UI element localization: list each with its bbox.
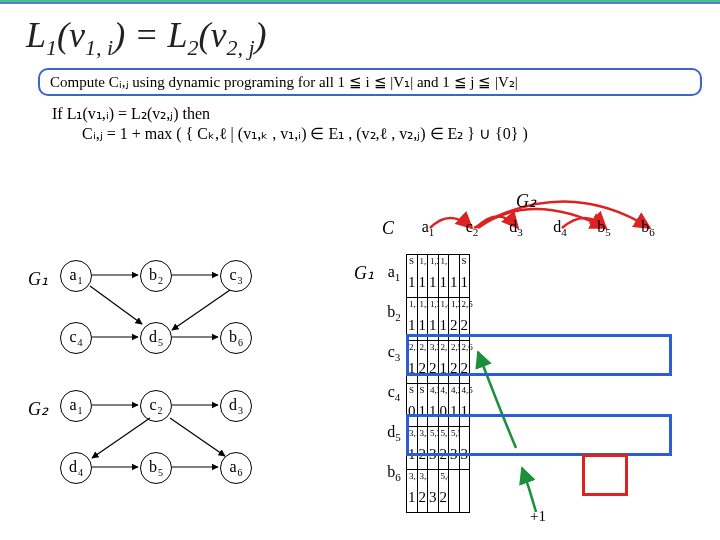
slide: { "title": "L₁(v₁,ᵢ) = L₂(v₂,ⱼ)", "state… (0, 0, 720, 540)
matrix-cell: 2,52 (449, 341, 460, 384)
g2-node-a1: a1 (60, 390, 92, 422)
row-label: a1 (374, 263, 414, 283)
col-d3: d3 (494, 218, 538, 238)
accent-ribbon (0, 0, 720, 6)
col-c2: c2 (450, 218, 494, 238)
col-b6: b6 (626, 218, 670, 238)
matrix-cell (449, 470, 460, 513)
matrix-cell (459, 470, 470, 513)
dp-matrix: S11,111,211,111S11,111,211,311,411,222,5… (406, 254, 470, 513)
g1-label: G₁ (28, 268, 48, 290)
matrix-cell: 5,42 (438, 470, 449, 513)
matrix-cell: 5,33 (428, 427, 439, 470)
matrix-cell: 2,12 (417, 341, 428, 384)
g1-node-a1: a1 (60, 260, 92, 292)
svg-line-3 (172, 290, 230, 330)
matrix-cell: S1 (459, 255, 470, 298)
g1-node-c3: c3 (220, 260, 252, 292)
matrix-cell: 3 (459, 427, 470, 470)
g2-node-d4: d4 (60, 452, 92, 484)
row-label: b2 (374, 303, 414, 323)
row-label: b6 (374, 463, 414, 483)
matrix-cell: 4,10 (438, 384, 449, 427)
svg-line-2 (90, 286, 142, 324)
matrix-cell: 2,52 (459, 298, 470, 341)
matrix-cell: 1,11 (438, 255, 449, 298)
svg-line-9 (170, 418, 225, 456)
col-d4: d4 (538, 218, 582, 238)
statement-text: Compute Cᵢ,ⱼ using dynamic programing fo… (50, 74, 518, 90)
if-text: If L₁(v₁,ᵢ) = L₂(v₂,ⱼ) then Cᵢ,ⱼ = 1 + m… (52, 104, 528, 144)
g2-node-c2: c2 (140, 390, 172, 422)
svg-line-8 (92, 418, 150, 458)
matrix-cell: 3 (428, 470, 439, 513)
matrix-cell: 2,62 (459, 341, 470, 384)
g1-node-b6: b6 (220, 322, 252, 354)
col-a1: a1 (406, 218, 450, 238)
if-line2: Cᵢ,ⱼ = 1 + max ( { Cₖ,ℓ | (v₁,ₖ , v₁,ᵢ) … (52, 124, 528, 144)
matrix-cell: 4,51 (459, 384, 470, 427)
g1-node-d5: d5 (140, 322, 172, 354)
if-line1: If L₁(v₁,ᵢ) = L₂(v₂,ⱼ) then (52, 105, 210, 122)
g1-side-label: G₁ (354, 262, 374, 284)
g1-node-b2: b2 (140, 260, 172, 292)
matrix-cell: 3,22 (417, 470, 428, 513)
g1-node-c4: c4 (60, 322, 92, 354)
matrix-cell: 5,53 (449, 427, 460, 470)
slide-title: L1(v1, i) = L2(v2, j) (26, 14, 267, 61)
g2-label: G₂ (28, 398, 48, 420)
matrix-cell: 2,11 (438, 341, 449, 384)
matrix-cell: 3,22 (428, 341, 439, 384)
matrix-cell: 1,11 (417, 255, 428, 298)
matrix-cell: 1,41 (438, 298, 449, 341)
red-target-cell (582, 454, 628, 496)
matrix-cell: 1,22 (449, 298, 460, 341)
matrix-cell: S1 (417, 384, 428, 427)
col-b5: b5 (582, 218, 626, 238)
row-label: c3 (374, 343, 414, 363)
matrix-cell: 1,21 (417, 298, 428, 341)
g2-top-label: G₂ (516, 190, 536, 212)
plus-one-annotation: +1 (530, 508, 546, 525)
matrix-cell: 1,21 (428, 255, 439, 298)
matrix-cell: 1 (449, 255, 460, 298)
row-label: d5 (374, 423, 414, 443)
g2-node-a6: a6 (220, 452, 252, 484)
g2-node-d3: d3 (220, 390, 252, 422)
row-label: c4 (374, 383, 414, 403)
c-label: C (382, 218, 394, 239)
g2-node-b5: b5 (140, 452, 172, 484)
matrix-cell: 3,22 (417, 427, 428, 470)
matrix-cell: 4,21 (449, 384, 460, 427)
statement-box: Compute Cᵢ,ⱼ using dynamic programing fo… (38, 68, 702, 96)
matrix-cell: 1,31 (428, 298, 439, 341)
matrix-cell: 4,31 (428, 384, 439, 427)
matrix-cell: 5,12 (438, 427, 449, 470)
